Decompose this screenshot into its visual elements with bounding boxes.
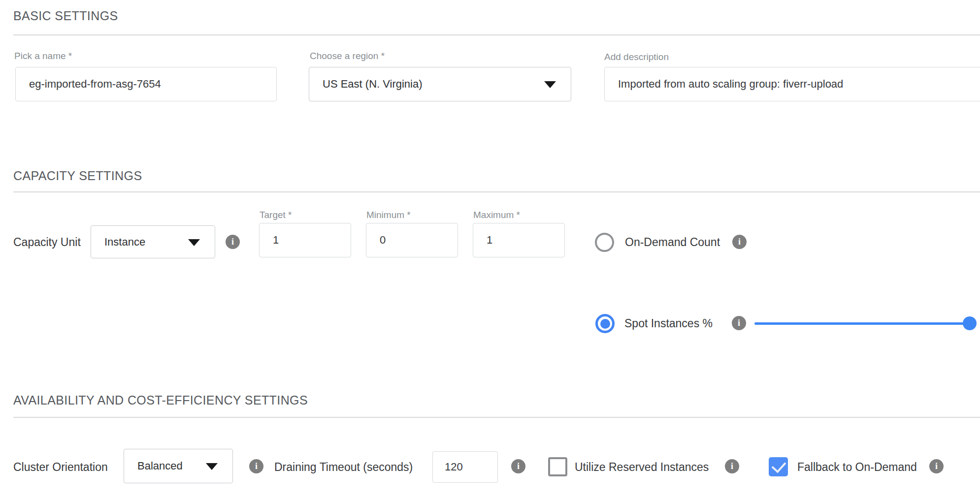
spot-instances-info-icon[interactable]: i xyxy=(732,316,746,330)
minimum-field-label: Minimum * xyxy=(366,210,411,220)
section-divider xyxy=(13,417,980,418)
fallback-to-on-demand-checkbox[interactable] xyxy=(769,457,788,476)
spot-slider-thumb[interactable] xyxy=(963,316,977,330)
section-divider xyxy=(13,191,980,192)
spot-percentage-slider[interactable] xyxy=(754,316,970,331)
name-field-label: Pick a name * xyxy=(14,51,72,62)
minimum-input[interactable] xyxy=(366,223,458,257)
spot-instances-radio[interactable] xyxy=(595,314,615,333)
capacity-unit-info-icon[interactable]: i xyxy=(226,235,240,249)
target-input[interactable] xyxy=(259,223,351,257)
draining-timeout-input[interactable] xyxy=(432,451,498,483)
section-title-availability-settings: AVAILABILITY AND COST-EFFICIENCY SETTING… xyxy=(13,393,308,407)
cluster-orientation-info-icon[interactable]: i xyxy=(249,459,263,473)
capacity-unit-select-value: Instance xyxy=(104,236,145,249)
maximum-field-label: Maximum * xyxy=(473,210,520,220)
dropdown-caret-icon xyxy=(544,81,556,88)
description-input[interactable] xyxy=(604,67,980,101)
name-input[interactable] xyxy=(15,67,277,101)
cluster-orientation-select-value: Balanced xyxy=(137,460,183,472)
target-field-label: Target * xyxy=(260,210,292,220)
on-demand-count-radio[interactable] xyxy=(595,233,614,252)
radio-dot-icon xyxy=(600,319,610,329)
maximum-input[interactable] xyxy=(473,223,565,257)
section-title-basic-settings: BASIC SETTINGS xyxy=(13,9,118,23)
fallback-to-on-demand-label[interactable]: Fallback to On-Demand xyxy=(797,461,917,474)
capacity-unit-label: Capacity Unit xyxy=(13,236,81,249)
utilize-reserved-instances-checkbox[interactable] xyxy=(548,457,567,476)
region-select-value: US East (N. Virginia) xyxy=(323,78,423,91)
draining-timeout-info-icon[interactable]: i xyxy=(511,459,525,473)
spot-instances-radio-label[interactable]: Spot Instances % xyxy=(624,317,713,330)
dropdown-caret-icon xyxy=(188,239,200,246)
spot-slider-track-fill[interactable] xyxy=(754,322,970,325)
on-demand-count-info-icon[interactable]: i xyxy=(732,235,747,249)
fallback-to-on-demand-info-icon[interactable]: i xyxy=(929,459,944,473)
section-divider xyxy=(13,34,980,35)
utilize-reserved-instances-info-icon[interactable]: i xyxy=(725,459,739,473)
description-field-label: Add description xyxy=(604,52,669,62)
dropdown-caret-icon xyxy=(206,463,218,470)
elastigroup-settings-form: BASIC SETTINGS Pick a name * Choose a re… xyxy=(0,0,980,500)
capacity-unit-select[interactable]: Instance xyxy=(91,225,215,258)
region-select[interactable]: US East (N. Virginia) xyxy=(309,67,571,101)
region-field-label: Choose a region * xyxy=(310,51,385,62)
cluster-orientation-select[interactable]: Balanced xyxy=(124,449,233,483)
checkmark-icon xyxy=(771,458,786,473)
draining-timeout-label: Draining Timeout (seconds) xyxy=(274,461,413,474)
cluster-orientation-label: Cluster Orientation xyxy=(13,461,108,474)
on-demand-count-radio-label[interactable]: On-Demand Count xyxy=(625,236,720,249)
section-title-capacity-settings: CAPACITY SETTINGS xyxy=(13,169,142,183)
utilize-reserved-instances-label[interactable]: Utilize Reserved Instances xyxy=(575,461,709,474)
